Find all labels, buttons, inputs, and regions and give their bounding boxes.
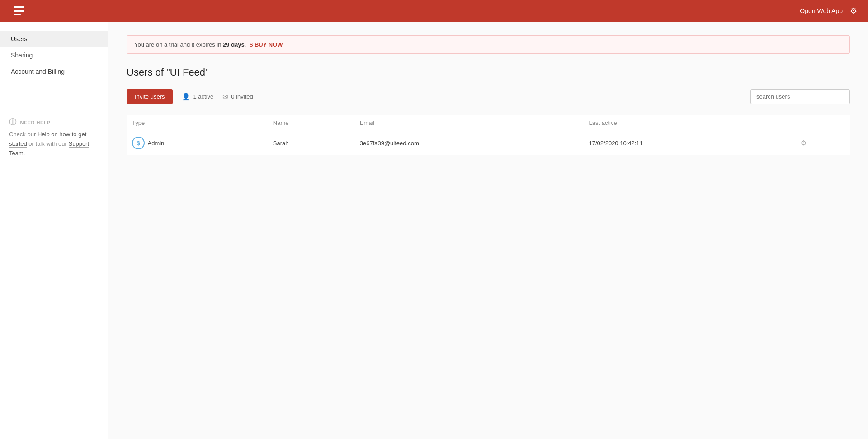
sidebar-item-sharing[interactable]: Sharing bbox=[0, 47, 108, 63]
cell-type: $ Admin bbox=[127, 131, 268, 155]
svg-rect-0 bbox=[14, 6, 24, 8]
logo bbox=[11, 3, 27, 19]
active-count-label: 1 active bbox=[193, 93, 213, 100]
help-text: Check our Help on how to get started or … bbox=[9, 130, 99, 158]
header-right: Open Web App ⚙ bbox=[800, 6, 857, 16]
col-type: Type bbox=[127, 115, 268, 131]
main-layout: Users Sharing Account and Billing ⓘ NEED… bbox=[0, 22, 868, 439]
help-text-middle: or talk with our bbox=[27, 140, 69, 147]
cell-email: 3e67fa39@uifeed.com bbox=[354, 131, 584, 155]
invited-count-label: 0 invited bbox=[231, 93, 253, 100]
cell-last-active: 17/02/2020 10:42:11 bbox=[584, 131, 795, 155]
help-text-before: Check our bbox=[9, 131, 38, 138]
need-help-label: NEED HELP bbox=[20, 120, 51, 125]
sidebar-item-account-billing[interactable]: Account and Billing bbox=[0, 63, 108, 80]
table-row: $ Admin Sarah 3e67fa39@uifeed.com 17/02/… bbox=[127, 131, 850, 155]
open-web-app-link[interactable]: Open Web App bbox=[800, 7, 843, 14]
trial-banner: You are on a trial and it expires in 29 … bbox=[127, 35, 850, 54]
search-users-input[interactable] bbox=[750, 89, 850, 104]
help-text-after: . bbox=[24, 150, 25, 157]
row-gear-icon[interactable]: ⚙ bbox=[801, 139, 807, 147]
help-section: ⓘ NEED HELP Check our Help on how to get… bbox=[0, 107, 108, 169]
sidebar-item-users[interactable]: Users bbox=[0, 31, 108, 47]
user-type-icon: $ bbox=[132, 137, 145, 149]
col-email: Email bbox=[354, 115, 584, 131]
trial-text-after: . bbox=[245, 41, 246, 48]
header-gear-icon[interactable]: ⚙ bbox=[850, 6, 857, 16]
envelope-icon: ✉ bbox=[222, 93, 228, 101]
page-title: Users of "UI Feed" bbox=[127, 67, 850, 78]
need-help-header: ⓘ NEED HELP bbox=[9, 118, 99, 127]
svg-rect-1 bbox=[14, 10, 24, 12]
cell-actions: ⚙ bbox=[795, 131, 850, 155]
active-count-badge: 👤 1 active bbox=[182, 93, 213, 101]
users-toolbar: Invite users 👤 1 active ✉ 0 invited bbox=[127, 89, 850, 104]
col-name: Name bbox=[268, 115, 354, 131]
invited-count-badge: ✉ 0 invited bbox=[222, 93, 253, 101]
col-last-active: Last active bbox=[584, 115, 795, 131]
content: You are on a trial and it expires in 29 … bbox=[108, 22, 868, 439]
header: Open Web App ⚙ bbox=[0, 0, 868, 22]
cell-name: Sarah bbox=[268, 131, 354, 155]
svg-rect-2 bbox=[14, 14, 21, 15]
users-table-body: $ Admin Sarah 3e67fa39@uifeed.com 17/02/… bbox=[127, 131, 850, 155]
table-header-row: Type Name Email Last active bbox=[127, 115, 850, 131]
buy-now-link[interactable]: $ BUY NOW bbox=[250, 41, 283, 48]
sidebar: Users Sharing Account and Billing ⓘ NEED… bbox=[0, 22, 108, 439]
logo-icon bbox=[11, 3, 27, 19]
invite-users-button[interactable]: Invite users bbox=[127, 89, 173, 104]
col-actions bbox=[795, 115, 850, 131]
users-table: Type Name Email Last active $ Admin Sara… bbox=[127, 115, 850, 155]
question-circle-icon: ⓘ bbox=[9, 118, 17, 127]
trial-text-before: You are on a trial and it expires in bbox=[134, 41, 223, 48]
trial-days: 29 days bbox=[223, 41, 245, 48]
person-icon: 👤 bbox=[182, 93, 190, 101]
